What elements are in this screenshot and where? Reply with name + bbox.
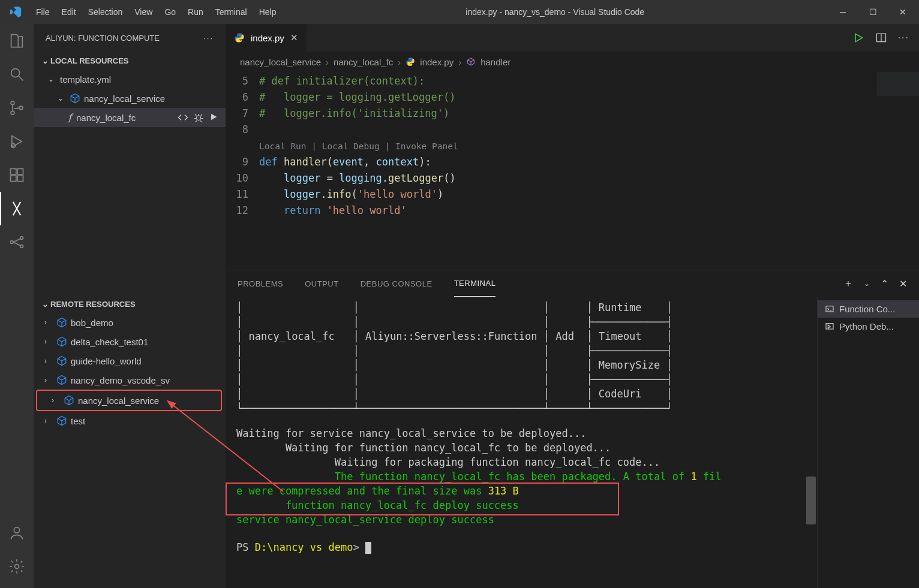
terminal-sidebar: Function Co... Python Deb... xyxy=(817,297,919,588)
panel-tab-problems[interactable]: PROBLEMS xyxy=(238,270,283,297)
svg-rect-5 xyxy=(11,169,16,174)
service-cube-icon xyxy=(70,93,80,104)
menu-selection[interactable]: Selection xyxy=(82,0,129,24)
panel-close-icon[interactable]: ✕ xyxy=(899,278,907,290)
editor-split-icon[interactable] xyxy=(875,32,887,44)
breadcrumb[interactable]: nancy_local_service› nancy_local_fc› ind… xyxy=(226,52,919,72)
activity-aliyun-fc-icon[interactable] xyxy=(0,192,34,225)
annotation-red-box-terminal xyxy=(226,483,619,515)
menu-go[interactable]: Go xyxy=(158,0,182,24)
vscode-logo-icon xyxy=(1,5,30,19)
svg-point-14 xyxy=(196,116,201,120)
menu-help[interactable]: Help xyxy=(253,0,283,24)
svg-point-3 xyxy=(19,106,23,110)
terminal[interactable]: │ │ │ │ Runtime │ │ │ │ ├────────────┤ │… xyxy=(226,297,817,588)
activity-search-icon[interactable] xyxy=(0,58,34,91)
tab-label: index.py xyxy=(251,33,284,43)
svg-rect-7 xyxy=(17,176,23,181)
activity-run-icon[interactable] xyxy=(0,125,34,158)
remote-item-test[interactable]: › test xyxy=(34,411,226,430)
terminal-prompt[interactable]: PS D:\nancy vs demo> xyxy=(236,540,806,554)
window-title: index.py - nancy_vs_demo - Visual Studio… xyxy=(282,7,828,17)
python-file-icon xyxy=(234,32,245,43)
editor-run-icon[interactable] xyxy=(852,32,864,44)
remote-item-nancy-demo-vscode-sv[interactable]: › nancy_demo_vscode_sv xyxy=(34,370,226,390)
tab-index-py[interactable]: index.py ✕ xyxy=(226,24,307,52)
code-editor[interactable]: # def initializer(context): # logger = l… xyxy=(259,72,919,270)
python-file-icon xyxy=(406,57,415,67)
codelens[interactable]: Local Run | Local Debug | Invoke Panel xyxy=(259,141,458,151)
svg-rect-8 xyxy=(17,169,23,174)
activity-scm-icon[interactable] xyxy=(0,91,34,125)
sidebar-title: ALIYUN: FUNCTION COMPUTE xyxy=(46,34,160,43)
editor-more-icon[interactable]: ··· xyxy=(898,32,909,43)
terminal-side-function-compute[interactable]: Function Co... xyxy=(818,300,919,318)
panel-tab-terminal[interactable]: TERMINAL xyxy=(454,270,496,297)
svg-point-9 xyxy=(11,241,14,244)
remote-item-nancy-local-service[interactable]: › nancy_local_service xyxy=(41,391,221,410)
section-remote-resources[interactable]: ⌄REMOTE RESOURCES xyxy=(34,295,226,313)
tree-local-function[interactable]: ƒ nancy_local_fc xyxy=(34,108,226,127)
panel-chevron-up-icon[interactable]: ⌃ xyxy=(881,278,888,290)
tab-close-icon[interactable]: ✕ xyxy=(290,32,298,43)
window-minimize-button[interactable]: ─ xyxy=(828,7,858,17)
tree-local-service[interactable]: ⌄ nancy_local_service xyxy=(34,89,226,108)
annotation-red-box-sidebar: › nancy_local_service xyxy=(36,390,222,411)
menu-file[interactable]: File xyxy=(30,0,56,24)
sidebar-more-icon[interactable]: ··· xyxy=(203,34,214,43)
line-number-gutter: 56789101112 xyxy=(226,72,259,270)
svg-point-12 xyxy=(14,527,19,533)
window-close-button[interactable]: ✕ xyxy=(888,7,918,17)
menu-view[interactable]: View xyxy=(128,0,158,24)
activity-remote-icon[interactable] xyxy=(0,225,34,259)
activity-settings-icon[interactable] xyxy=(0,550,34,583)
svg-point-2 xyxy=(11,111,14,114)
menu-run[interactable]: Run xyxy=(182,0,209,24)
svg-rect-6 xyxy=(11,176,16,181)
tree-template-yml[interactable]: ⌄template.yml xyxy=(34,70,226,89)
svg-point-1 xyxy=(11,101,14,105)
panel-new-terminal-icon[interactable]: ＋ xyxy=(843,278,853,290)
remote-item-guide-hello-world[interactable]: › guide-hello_world xyxy=(34,351,226,370)
panel-split-icon[interactable]: ⌄ xyxy=(864,279,870,288)
menu-terminal[interactable]: Terminal xyxy=(209,0,253,24)
terminal-table: │ │ │ │ Runtime │ │ │ │ ├────────────┤ │… xyxy=(236,300,806,415)
window-maximize-button[interactable]: ☐ xyxy=(858,7,888,17)
activity-extensions-icon[interactable] xyxy=(0,158,34,192)
svg-point-11 xyxy=(20,245,23,248)
section-local-resources[interactable]: ⌄LOCAL RESOURCES xyxy=(34,52,226,70)
code-icon[interactable] xyxy=(178,112,188,123)
panel-tab-output[interactable]: OUTPUT xyxy=(305,270,338,297)
activity-explorer-icon[interactable] xyxy=(0,24,34,58)
svg-point-10 xyxy=(20,237,23,240)
remote-item-bob-demo[interactable]: › bob_demo xyxy=(34,313,226,332)
panel-tab-debug-console[interactable]: DEBUG CONSOLE xyxy=(361,270,433,297)
symbol-method-icon xyxy=(466,57,476,67)
function-icon: ƒ xyxy=(67,112,73,123)
bug-icon[interactable] xyxy=(193,112,204,123)
svg-point-13 xyxy=(15,565,19,569)
svg-point-0 xyxy=(11,69,20,77)
run-icon[interactable] xyxy=(209,112,218,123)
minimap[interactable] xyxy=(877,72,919,252)
remote-item-delta-check-test01[interactable]: › delta_check_test01 xyxy=(34,332,226,351)
menu-edit[interactable]: Edit xyxy=(56,0,82,24)
activity-account-icon[interactable] xyxy=(0,516,34,550)
terminal-side-python-debug[interactable]: Python Deb... xyxy=(818,318,919,335)
terminal-scrollbar[interactable] xyxy=(806,477,816,524)
